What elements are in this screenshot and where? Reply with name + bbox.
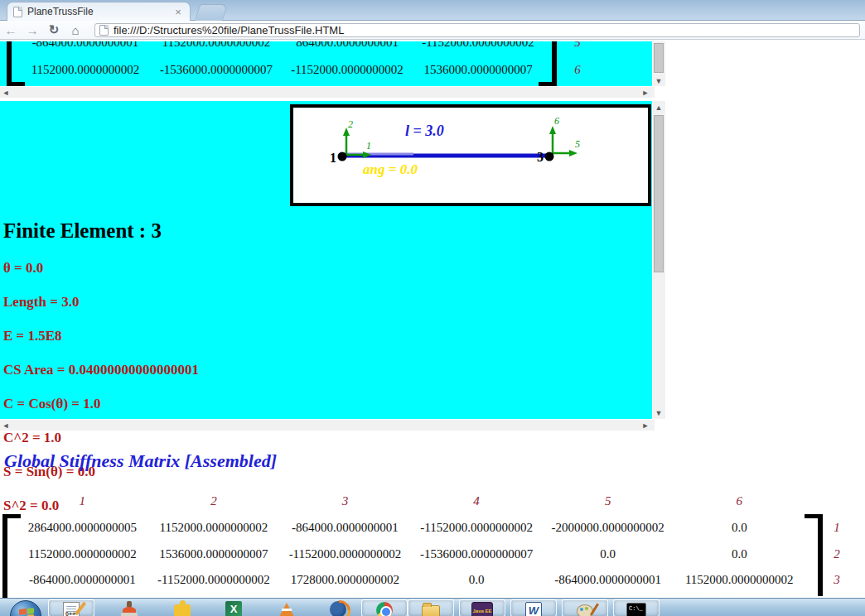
matrix-cell: -1152000.0000000002	[279, 547, 411, 561]
scrollbar-right-icon[interactable]: ►	[640, 88, 651, 98]
matrix-cell: -1152000.0000000002	[413, 41, 544, 50]
folder-icon	[422, 605, 440, 616]
assembled-right-bracket	[818, 514, 823, 596]
new-tab-button[interactable]	[195, 4, 228, 21]
start-button[interactable]	[10, 600, 41, 616]
matrix-row: -864000.0000000001 1152000.0000000002 86…	[20, 41, 544, 50]
row-index: 1	[827, 521, 847, 535]
length-label: l = 3.0	[405, 123, 444, 139]
dof1-label: 1	[366, 140, 371, 152]
angle-label: ang = 0.0	[363, 161, 418, 177]
excel-icon: X	[225, 601, 242, 616]
matrix-cell: 1536000.0000000007	[413, 63, 544, 77]
property-cs-area: CS Area = 0.04000000000000001	[3, 362, 199, 378]
scrollbar-horizontal[interactable]: ◄ ►	[0, 87, 655, 98]
tab-strip: PlaneTrussFile ×	[0, 0, 865, 21]
taskbar-puzzle-button[interactable]	[159, 599, 205, 616]
matrix-cell: -1152000.0000000002	[148, 573, 280, 587]
taskbar-javaee-button[interactable]: Java EE	[459, 599, 505, 616]
matrix-cell: 2864000.0000000005	[17, 521, 148, 535]
taskbar-firefox-button[interactable]	[315, 599, 361, 616]
node-3-dot	[545, 152, 554, 161]
matrix-cell: -1536000.0000000007	[151, 63, 282, 77]
matrix-cell: -864000.0000000001	[542, 573, 674, 587]
matrix-cell: -1152000.0000000002	[282, 63, 413, 77]
matrix-cell: 1536000.0000000007	[148, 547, 280, 561]
taskbar-explorer-button[interactable]	[408, 599, 454, 616]
col-header: 5	[542, 494, 674, 508]
matrix-row: 1152000.0000000002 -1536000.0000000007 -…	[20, 63, 544, 77]
row-index: 5	[568, 41, 587, 50]
scrollbar-up-icon[interactable]: ▲	[653, 103, 664, 113]
scrollbar-horizontal[interactable]: ◄ ►	[0, 420, 655, 431]
taskbar-stamp-button[interactable]	[106, 599, 152, 616]
back-icon[interactable]: ←	[0, 23, 22, 37]
scrollbar-left-icon[interactable]: ◄	[0, 88, 12, 98]
matrix-cell: -1152000.0000000002	[411, 521, 543, 535]
col-header: 3	[279, 494, 411, 508]
element-title: Finite Element : 3	[3, 219, 162, 243]
paint-palette-icon	[577, 604, 593, 616]
matrix-cell: 0.0	[542, 547, 674, 561]
matrix-cell: 1152000.0000000002	[151, 41, 282, 50]
reload-icon[interactable]: ↻	[43, 22, 65, 37]
firefox-icon	[330, 601, 346, 616]
matrix-cell: 1152000.0000000002	[148, 521, 280, 535]
col-header: 4	[411, 494, 543, 508]
matrix-cell: 1152000.0000000002	[674, 573, 805, 587]
matrix-cell: 0.0	[674, 547, 805, 561]
col-header: 6	[674, 494, 805, 508]
property-cos2: C^2 = 1.0	[3, 430, 61, 446]
windows-taskbar: 0++ X Java EE W	[0, 598, 865, 616]
scrollbar-thumb[interactable]	[654, 115, 664, 272]
matrix-cell: -864000.0000000001	[20, 41, 151, 50]
assembled-right-bracket-foot	[805, 514, 823, 518]
scrollbar-down-icon[interactable]: ▼	[653, 408, 664, 418]
java-ee-icon: Java EE	[471, 602, 493, 616]
scrollbar-left-icon[interactable]: ◄	[0, 421, 12, 431]
word-icon: W	[525, 602, 542, 616]
scrollbar-thumb[interactable]	[654, 43, 664, 73]
scrollbar-down-icon[interactable]: ▼	[653, 76, 664, 86]
matrix-cell: -864000.0000000001	[17, 573, 148, 587]
forward-icon[interactable]: →	[22, 23, 43, 37]
property-theta: θ = 0.0	[3, 260, 43, 277]
node-3-label: 3	[537, 150, 544, 164]
taskbar-vlc-button[interactable]	[263, 599, 310, 616]
taskbar-excel-button[interactable]: X	[210, 599, 257, 616]
dof2-label: 2	[348, 118, 353, 130]
dof5-arrow-icon	[569, 150, 577, 156]
row-index: 2	[827, 547, 847, 561]
scrollbar-vertical[interactable]: ▼	[653, 41, 665, 86]
taskbar-paint-button[interactable]	[562, 599, 608, 616]
puzzle-icon	[174, 604, 191, 616]
element-diagram: 1 3 2 1 6 5 l = 3.0 ang = 0.0	[290, 104, 651, 206]
notepadpp-icon: 0++	[63, 602, 80, 616]
matrix-cell: 0.0	[411, 573, 543, 587]
address-bar[interactable]: file:///D:/Structures%20file/PlaneTrussF…	[94, 23, 860, 37]
property-e: E = 1.5E8	[3, 328, 62, 344]
dof5-label: 5	[575, 138, 580, 150]
col-header: 2	[148, 494, 280, 508]
scrollbar-vertical[interactable]: ▲ ▼	[653, 101, 665, 419]
home-icon[interactable]: ⌂	[65, 23, 86, 37]
matrix-cell: -2000000.0000000002	[542, 521, 674, 535]
matrix-cell: 864000.0000000001	[282, 41, 413, 50]
chrome-icon	[376, 602, 393, 616]
tab-close-icon[interactable]: ×	[172, 6, 184, 18]
matrix-row: 2864000.0000000005 1152000.0000000002 -8…	[17, 521, 805, 535]
scrollbar-right-icon[interactable]: ►	[640, 421, 651, 431]
taskbar-notepadpp-button[interactable]: 0++	[48, 599, 94, 616]
tab-favicon-icon	[13, 7, 22, 17]
matrix-cell: -1536000.0000000007	[411, 547, 543, 561]
assembled-left-bracket-foot	[2, 514, 21, 518]
browser-tab[interactable]: PlaneTrussFile ×	[7, 2, 191, 21]
dof6-arrow-icon	[549, 126, 556, 134]
browser-toolbar: ← → ↻ ⌂ file:///D:/Structures%20file/Pla…	[0, 21, 865, 40]
matrix-left-bracket	[7, 41, 12, 86]
browser-window: PlaneTrussFile × ← → ↻ ⌂ file:///D:/Stru…	[0, 0, 865, 616]
taskbar-word-button[interactable]: W	[510, 599, 557, 616]
taskbar-cmd-button[interactable]: C:\_	[613, 599, 660, 616]
taskbar-chrome-button[interactable]	[361, 599, 408, 616]
node-1-dot	[338, 152, 347, 161]
